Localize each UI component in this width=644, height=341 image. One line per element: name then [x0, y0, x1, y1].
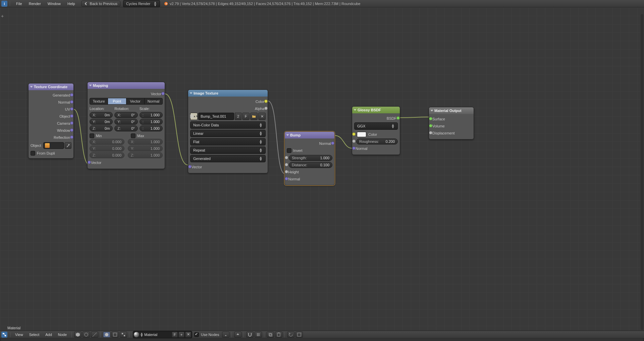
- collapse-triangle-icon[interactable]: [431, 110, 433, 112]
- scale-z[interactable]: :1.000: [140, 125, 163, 131]
- socket-icon[interactable]: [352, 147, 356, 150]
- socket-icon[interactable]: [264, 107, 268, 110]
- node-image-texture[interactable]: Image Texture Color Alpha 🖼▲▼ Bump_Test.…: [188, 90, 268, 173]
- output-vector[interactable]: Vector: [90, 90, 163, 97]
- rotation-x[interactable]: X:0°: [114, 112, 138, 118]
- socket-icon[interactable]: [70, 121, 73, 125]
- output-normal[interactable]: Normal: [287, 140, 332, 147]
- output-color[interactable]: Color: [190, 98, 266, 105]
- output-normal[interactable]: Normal: [31, 99, 71, 106]
- max-checkbox[interactable]: [131, 133, 136, 138]
- socket-icon[interactable]: [70, 107, 73, 111]
- menu-render[interactable]: Render: [25, 1, 44, 7]
- location-x[interactable]: X:0m: [90, 112, 113, 118]
- collapse-triangle-icon[interactable]: [286, 134, 289, 136]
- socket-icon[interactable]: [70, 135, 73, 139]
- input-normal[interactable]: Normal: [287, 175, 332, 182]
- input-color[interactable]: Color: [354, 131, 398, 138]
- open-image-button[interactable]: [250, 113, 258, 120]
- editor-type-button[interactable]: [1, 332, 7, 338]
- min-checkbox[interactable]: [90, 133, 94, 138]
- input-roughness[interactable]: Roughness:0.200: [354, 138, 398, 145]
- min-z[interactable]: Z:0.000: [90, 152, 124, 158]
- node-header[interactable]: Mapping: [88, 82, 165, 89]
- socket-icon[interactable]: [285, 177, 288, 180]
- object-picker-field[interactable]: [43, 142, 64, 149]
- socket-icon[interactable]: [429, 124, 432, 127]
- color-swatch[interactable]: [357, 132, 366, 137]
- shader-tree-type-linestyle[interactable]: [91, 332, 98, 338]
- collapse-triangle-icon[interactable]: [190, 93, 193, 94]
- socket-icon[interactable]: [70, 93, 73, 97]
- node-header[interactable]: Image Texture: [188, 90, 268, 97]
- menu-add[interactable]: Add: [43, 332, 55, 338]
- copy-nodes-button[interactable]: [267, 332, 274, 338]
- node-editor[interactable]: + Texture Coordinate Generated Normal UV…: [0, 7, 644, 331]
- auto-render-button[interactable]: [287, 332, 294, 338]
- paste-nodes-button[interactable]: [275, 332, 282, 338]
- max-z[interactable]: Z:1.000: [128, 152, 163, 158]
- unlink-material-button[interactable]: ✕: [185, 332, 191, 338]
- menu-file[interactable]: File: [13, 1, 25, 7]
- tab-point[interactable]: Point: [108, 98, 126, 104]
- socket-icon[interactable]: [285, 163, 288, 166]
- collapse-triangle-icon[interactable]: [30, 86, 33, 88]
- eyedropper-button[interactable]: [65, 142, 71, 149]
- extension-select[interactable]: Repeat▲▼: [190, 147, 266, 154]
- new-material-button[interactable]: +: [178, 332, 184, 338]
- socket-icon[interactable]: [70, 114, 73, 118]
- backdrop-button[interactable]: [296, 332, 303, 338]
- menu-view[interactable]: View: [12, 332, 26, 338]
- fake-user-button[interactable]: F: [242, 113, 250, 120]
- socket-icon[interactable]: [70, 100, 73, 104]
- horizontal-scrollbar[interactable]: [1, 338, 643, 341]
- scale-x[interactable]: :1.000: [140, 112, 163, 118]
- min-y[interactable]: Y:0.000: [90, 146, 124, 152]
- output-bsdf[interactable]: BSDF: [354, 115, 398, 122]
- output-reflection[interactable]: Reflection: [31, 134, 71, 141]
- tree-type-shader[interactable]: [103, 332, 110, 338]
- color-space-select[interactable]: Non-Color Data▲▼: [190, 121, 266, 129]
- node-header[interactable]: Material Output: [429, 107, 474, 114]
- menu-help[interactable]: Help: [64, 1, 78, 7]
- location-y[interactable]: Y:0m: [90, 119, 113, 125]
- pin-button[interactable]: [222, 332, 229, 338]
- menu-node[interactable]: Node: [55, 332, 69, 338]
- use-nodes-checkbox[interactable]: [194, 332, 199, 337]
- max-y[interactable]: Y:1.000: [128, 146, 163, 152]
- expand-header-icon[interactable]: +: [1, 13, 4, 19]
- socket-icon[interactable]: [161, 92, 165, 95]
- snap-element-select[interactable]: [255, 332, 262, 338]
- rotation-y[interactable]: Y:0°: [114, 119, 138, 125]
- max-x[interactable]: X:1.000: [128, 139, 163, 145]
- tree-type-compositing[interactable]: [111, 332, 119, 338]
- socket-icon[interactable]: [188, 165, 192, 168]
- go-to-parent-button[interactable]: [234, 332, 241, 338]
- image-name-field[interactable]: Bump_Test.001: [198, 113, 234, 120]
- node-texture-coordinate[interactable]: Texture Coordinate Generated Normal UV O…: [28, 83, 74, 159]
- socket-icon[interactable]: [396, 116, 400, 120]
- material-datablock-select[interactable]: ▲▼ F + ✕: [133, 331, 192, 338]
- socket-icon[interactable]: [264, 100, 268, 103]
- input-volume[interactable]: Volume: [431, 122, 472, 129]
- tree-type-texture[interactable]: [120, 332, 127, 338]
- output-camera[interactable]: Camera: [31, 120, 71, 127]
- node-material-output[interactable]: Material Output Surface Volume Displacem…: [429, 107, 474, 139]
- rotation-z[interactable]: Z:0°: [114, 125, 138, 131]
- node-header[interactable]: Bump: [285, 132, 334, 138]
- collapse-triangle-icon[interactable]: [89, 85, 92, 87]
- fake-user-button[interactable]: F: [172, 332, 178, 338]
- location-z[interactable]: Z:0m: [90, 125, 113, 131]
- collapse-triangle-icon[interactable]: [354, 109, 357, 111]
- output-generated[interactable]: Generated: [31, 92, 71, 99]
- mapping-type-tabs[interactable]: Texture Point Vector Normal: [90, 98, 163, 105]
- menu-select[interactable]: Select: [26, 332, 42, 338]
- input-vector[interactable]: Vector: [190, 163, 266, 170]
- socket-icon[interactable]: [429, 117, 432, 120]
- back-to-previous-button[interactable]: Back to Previous: [81, 1, 121, 7]
- tab-vector[interactable]: Vector: [126, 98, 145, 104]
- shader-tree-type-world[interactable]: [83, 332, 90, 338]
- input-normal[interactable]: Normal: [354, 145, 398, 152]
- socket-icon[interactable]: [88, 161, 91, 164]
- shader-tree-type-object[interactable]: [74, 332, 82, 338]
